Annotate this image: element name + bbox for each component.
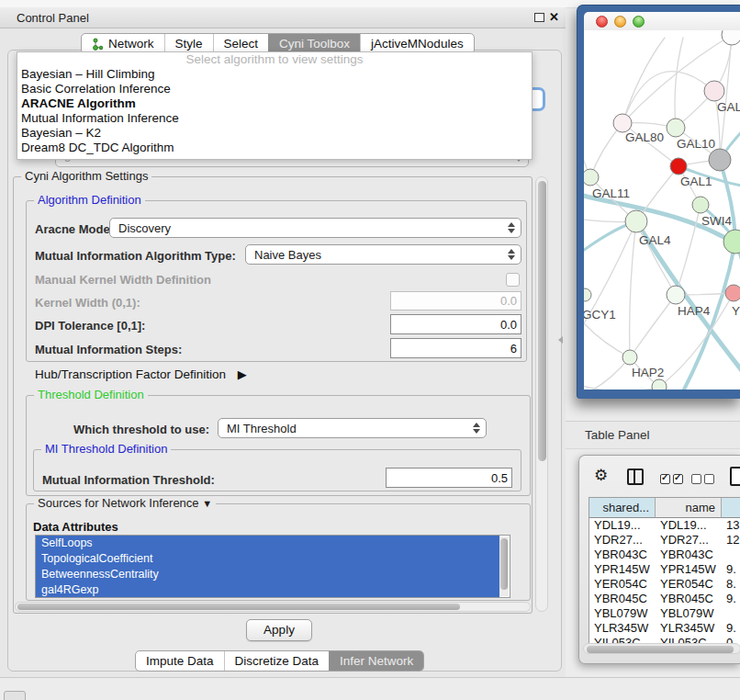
network-node[interactable]	[704, 81, 724, 101]
table-cell[interactable]	[722, 606, 740, 621]
network-node[interactable]	[723, 230, 740, 254]
network-canvas[interactable]: GALGAL80GAL10GAL1GAL11SWI4GAL4GCY1HAP4YH…	[584, 30, 740, 390]
mi-threshold-field[interactable]: 0.5	[386, 468, 512, 488]
network-edge[interactable]	[622, 35, 732, 123]
new-table-icon[interactable]	[730, 467, 740, 486]
hub-definition-toggle[interactable]: Hub/Transcription Factor Definition ▶	[35, 367, 247, 381]
table-row[interactable]: YDL19...YDL19...13	[589, 518, 740, 533]
data-attribute-item[interactable]: SelfLoops	[36, 536, 499, 551]
list-vscroll-thumb[interactable]	[500, 538, 508, 590]
aracne-mode-combo[interactable]: Discovery	[109, 218, 521, 238]
network-view-window[interactable]: GALGAL80GAL10GAL1GAL11SWI4GAL4GCY1HAP4YH…	[577, 5, 740, 399]
table-cell[interactable]: YBR043C	[589, 548, 656, 562]
column-header-partial[interactable]	[722, 498, 740, 518]
control-panel-titlebar[interactable]: Control Panel ✕	[0, 7, 566, 28]
expand-right-icon[interactable]: ▶	[238, 367, 247, 381]
list-vscroll-track[interactable]	[499, 536, 509, 596]
gear-icon[interactable]: ⚙	[594, 466, 608, 484]
table-cell[interactable]: YDR27...	[589, 533, 656, 548]
tab-network[interactable]: Network	[82, 34, 164, 53]
table-cell[interactable]: YBR045C	[589, 592, 656, 606]
mi-steps-field[interactable]: 6	[390, 338, 521, 358]
zoom-traffic-light[interactable]	[633, 16, 645, 28]
data-attributes-list[interactable]: SelfLoopsTopologicalCoefficientBetweenne…	[35, 535, 510, 598]
network-edge[interactable]	[630, 295, 676, 357]
network-edge[interactable]	[622, 38, 665, 123]
network-node[interactable]	[667, 286, 685, 304]
close-icon[interactable]: ✕	[549, 10, 559, 24]
table-cell[interactable]: 9.	[722, 562, 740, 577]
network-node[interactable]	[667, 119, 685, 137]
table-cell[interactable]: YDL19...	[589, 518, 656, 533]
network-node[interactable]	[670, 158, 687, 175]
kernel-width-field[interactable]: 0.0	[390, 291, 521, 310]
tab-select[interactable]: Select	[213, 34, 269, 53]
network-node[interactable]	[584, 169, 599, 186]
which-threshold-combo[interactable]: MI Threshold	[218, 418, 487, 438]
settings-horizontal-scrollbar[interactable]	[15, 602, 531, 612]
dpi-tolerance-field[interactable]: 0.0	[390, 314, 521, 334]
algorithm-popup-item[interactable]: Bayesian – K2	[17, 126, 532, 141]
panel-collapse-arrow[interactable]	[558, 336, 563, 344]
table-row[interactable]: YBR045CYBR045C9.	[589, 592, 740, 606]
data-attribute-item[interactable]: gal4RGexp	[36, 582, 499, 598]
deselect-all-checks-icon[interactable]	[691, 471, 714, 488]
table-cell[interactable]: 12	[722, 533, 740, 548]
table-cell[interactable]: YLR345W	[589, 621, 656, 636]
table-cell[interactable]: YER054C	[589, 577, 656, 592]
settings-hscroll-thumb[interactable]	[17, 604, 460, 610]
network-node[interactable]	[625, 210, 647, 232]
network-node[interactable]	[725, 285, 740, 301]
algorithm-popup-item[interactable]: Mutual Information Inference	[17, 111, 532, 126]
table-cell[interactable]: YPR145W	[589, 562, 656, 577]
tab-cyni-toolbox[interactable]: Cyni Toolbox	[268, 34, 360, 53]
table-row[interactable]: YER054CYER054C8.	[589, 577, 740, 592]
column-header-shared-name[interactable]: shared...	[589, 498, 656, 518]
apply-button[interactable]: Apply	[246, 619, 312, 641]
columns-icon[interactable]	[627, 469, 644, 485]
network-edge[interactable]	[622, 72, 714, 123]
data-attribute-item[interactable]: TopologicalCoefficient	[36, 551, 499, 567]
network-edge[interactable]	[636, 221, 676, 295]
table-row[interactable]: YPR145WYPR145W9.	[589, 562, 740, 577]
network-node[interactable]	[622, 350, 637, 365]
select-all-checks-icon[interactable]	[660, 471, 683, 488]
collapse-down-icon[interactable]: ▼	[202, 498, 212, 509]
algorithm-popup-item[interactable]: Bayesian – Hill Climbing	[17, 67, 532, 82]
table-row[interactable]: YBR043CYBR043C	[589, 548, 740, 562]
tab-discretize-data[interactable]: Discretize Data	[224, 651, 330, 671]
table-cell[interactable]: YDL19...	[656, 518, 722, 533]
settings-vertical-scrollbar[interactable]	[535, 176, 548, 612]
tab-impute-data[interactable]: Impute Data	[136, 651, 224, 671]
table-cell[interactable]: 13	[722, 518, 740, 533]
algorithm-popup-item[interactable]: Basic Correlation Inference	[17, 82, 532, 96]
network-window-titlebar[interactable]	[584, 12, 740, 30]
table-hscroll-track[interactable]	[583, 643, 740, 654]
table-hscroll-thumb[interactable]	[587, 646, 734, 653]
table-cell[interactable]	[722, 548, 740, 562]
table-cell[interactable]: YBL079W	[656, 606, 722, 621]
algorithm-popup-item[interactable]: ARACNE Algorithm	[17, 96, 532, 111]
table-row[interactable]: YLR345WYLR345W9.	[589, 621, 740, 636]
tab-jactivemnodules[interactable]: jActiveMNodules	[360, 34, 474, 53]
network-edge[interactable]	[630, 221, 636, 357]
table-cell[interactable]: YPR145W	[656, 562, 722, 577]
network-node[interactable]	[613, 114, 632, 132]
algorithm-popup-item[interactable]: Dream8 DC_TDC Algorithm	[17, 141, 532, 155]
data-attribute-item[interactable]: BetweennessCentrality	[36, 567, 499, 582]
float-window-icon[interactable]	[534, 13, 544, 22]
mi-algorithm-type-combo[interactable]: Naive Bayes	[245, 244, 521, 265]
tab-style[interactable]: Style	[164, 34, 213, 53]
bottom-left-button[interactable]	[4, 691, 26, 700]
minimize-traffic-light[interactable]	[614, 16, 626, 28]
network-node[interactable]	[692, 197, 709, 213]
table-cell[interactable]: YLR345W	[656, 621, 722, 636]
column-header-name[interactable]: name	[656, 498, 722, 518]
manual-kernel-checkbox[interactable]	[506, 273, 520, 287]
table-cell[interactable]: 8.	[722, 577, 740, 592]
table-panel-header[interactable]: Table Panel	[566, 421, 740, 449]
table-cell[interactable]: 9.	[722, 621, 740, 636]
network-edge[interactable]	[675, 38, 683, 128]
network-node[interactable]	[584, 288, 591, 301]
table-row[interactable]: YBL079WYBL079W	[589, 606, 740, 621]
